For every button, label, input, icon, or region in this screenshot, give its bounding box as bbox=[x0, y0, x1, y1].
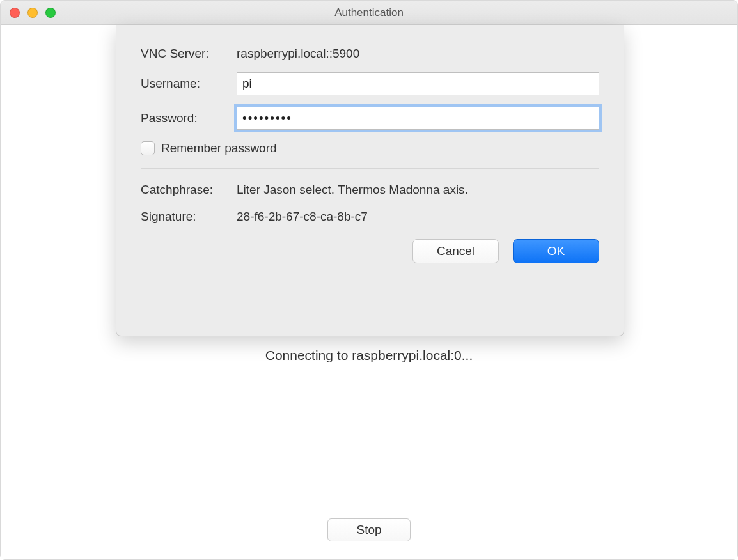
traffic-lights bbox=[10, 8, 56, 18]
ok-button[interactable]: OK bbox=[513, 239, 599, 263]
signature-label: Signature: bbox=[141, 210, 237, 224]
catchphrase-label: Catchphrase: bbox=[141, 183, 237, 197]
username-label: Username: bbox=[141, 77, 237, 91]
username-field[interactable] bbox=[237, 72, 599, 95]
password-row: Password: bbox=[141, 107, 599, 130]
password-field[interactable] bbox=[237, 107, 599, 130]
password-label: Password: bbox=[141, 111, 237, 125]
username-row: Username: bbox=[141, 72, 599, 95]
button-row: Cancel OK bbox=[141, 239, 599, 263]
minimize-icon[interactable] bbox=[27, 8, 38, 18]
connecting-status: Connecting to raspberrypi.local:0... bbox=[1, 348, 737, 363]
divider bbox=[141, 168, 599, 169]
remember-label[interactable]: Remember password bbox=[161, 141, 277, 155]
window-title: Authentication bbox=[1, 6, 737, 19]
catchphrase-row: Catchphrase: Liter Jason select. Thermos… bbox=[141, 183, 599, 197]
auth-sheet: VNC Server: raspberrypi.local::5900 User… bbox=[116, 25, 624, 336]
stop-button[interactable]: Stop bbox=[327, 518, 411, 541]
remember-checkbox[interactable] bbox=[141, 141, 155, 155]
close-icon[interactable] bbox=[10, 8, 20, 18]
app-window: Authentication Connecting to raspberrypi… bbox=[0, 0, 738, 560]
server-row: VNC Server: raspberrypi.local::5900 bbox=[141, 47, 599, 61]
catchphrase-value: Liter Jason select. Thermos Madonna axis… bbox=[237, 183, 468, 197]
server-value: raspberrypi.local::5900 bbox=[237, 47, 359, 61]
signature-value: 28-f6-2b-67-c8-ca-8b-c7 bbox=[237, 210, 368, 224]
cancel-button[interactable]: Cancel bbox=[412, 239, 499, 263]
remember-row: Remember password bbox=[141, 141, 599, 155]
fullscreen-icon[interactable] bbox=[45, 8, 56, 18]
server-label: VNC Server: bbox=[141, 47, 237, 61]
signature-row: Signature: 28-f6-2b-67-c8-ca-8b-c7 bbox=[141, 210, 599, 224]
titlebar: Authentication bbox=[1, 1, 737, 25]
